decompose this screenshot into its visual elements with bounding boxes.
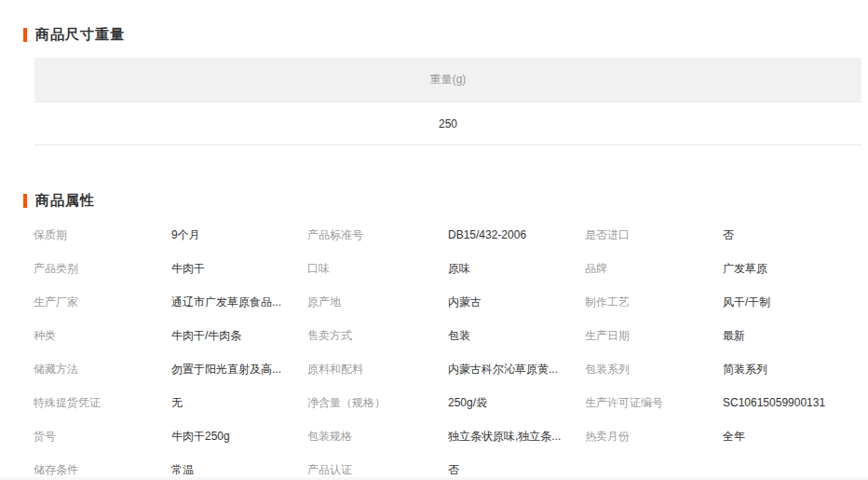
attr-value: 最新 (723, 319, 861, 352)
attr-label: 热卖月份 (585, 419, 723, 453)
attr-value: 独立条状原味,独立条... (448, 419, 585, 453)
attributes-grid: 保质期 9个月 产品标准号 DB15/432-2006 是否进口 否 产品类别 … (34, 218, 861, 480)
attr-label: 产品认证 (307, 453, 448, 480)
attr-label: 售卖方式 (307, 319, 448, 352)
attr-label: 原产地 (307, 285, 448, 319)
attr-label: 生产日期 (585, 319, 723, 352)
attr-label: 净含量（规格） (307, 386, 448, 419)
attr-label: 储存条件 (34, 453, 171, 480)
attr-value: 牛肉干250g (171, 419, 307, 453)
attr-label: 货号 (34, 419, 171, 453)
attr-value: SC10615059900131 (723, 386, 861, 419)
attr-value: 250g/袋 (448, 386, 585, 419)
attr-label: 生产厂家 (34, 285, 171, 319)
attr-value: 常温 (171, 453, 307, 480)
attr-label: 种类 (34, 319, 171, 352)
attr-label: 产品标准号 (307, 218, 448, 252)
attr-value: 内蒙古科尔沁草原黄... (448, 352, 585, 386)
attr-label: 生产许可证编号 (585, 386, 723, 419)
attr-value: 牛肉干 (171, 252, 307, 285)
attr-label: 特殊提货凭证 (34, 386, 171, 419)
attributes-title: 商品属性 (35, 192, 95, 210)
title-accent-bar-icon (23, 194, 27, 208)
attr-label: 包装规格 (307, 419, 448, 453)
attr-value: 通辽市广发草原食品... (171, 285, 307, 319)
weight-column-header: 重量(g) (34, 58, 861, 103)
attr-label (585, 453, 723, 480)
attr-value: 勿置于阳光直射及高... (171, 352, 307, 386)
attr-label: 原料和配料 (307, 352, 448, 386)
attr-value (723, 453, 861, 480)
section-title-attributes: 商品属性 (23, 192, 868, 210)
attr-value: DB15/432-2006 (448, 218, 585, 252)
attr-value: 否 (448, 453, 585, 480)
attr-label: 包装系列 (585, 352, 723, 386)
title-accent-bar-icon (23, 28, 27, 42)
attr-label: 品牌 (585, 252, 723, 285)
attr-value: 简装系列 (723, 352, 861, 386)
attr-value: 风干/干制 (723, 285, 861, 319)
size-weight-title: 商品尺寸重量 (35, 26, 125, 44)
size-weight-table: 重量(g) 250 (34, 58, 861, 145)
attr-value: 否 (723, 218, 861, 252)
attr-value: 牛肉干/牛肉条 (171, 319, 307, 352)
attr-label: 制作工艺 (585, 285, 723, 319)
attr-label: 产品类别 (34, 252, 171, 285)
attr-value: 原味 (448, 252, 585, 285)
attr-label: 口味 (307, 252, 448, 285)
attr-value: 9个月 (171, 218, 307, 252)
weight-value: 250 (34, 103, 861, 145)
attr-label: 储藏方法 (34, 352, 171, 386)
attr-value: 内蒙古 (448, 285, 585, 319)
attr-value: 无 (171, 386, 307, 419)
attr-label: 是否进口 (585, 218, 723, 252)
attr-value: 包装 (448, 319, 585, 352)
attr-label: 保质期 (34, 218, 171, 252)
attr-value: 全年 (723, 419, 861, 453)
section-title-size-weight: 商品尺寸重量 (23, 26, 868, 44)
attr-value: 广发草原 (723, 252, 861, 285)
